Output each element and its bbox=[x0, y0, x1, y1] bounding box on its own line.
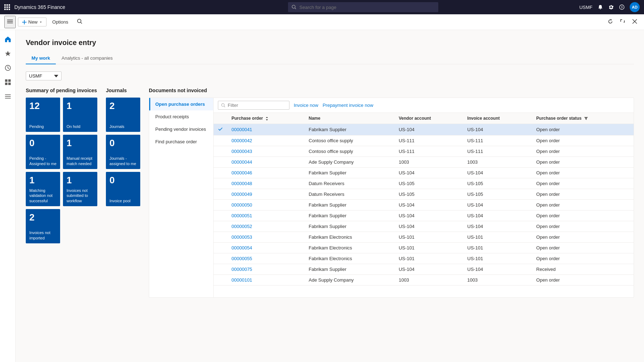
tab-my-work[interactable]: My work bbox=[26, 53, 56, 64]
summary-tile-4[interactable]: 1Matching validation not successful bbox=[26, 172, 60, 206]
col-purchase-order[interactable]: Purchase order bbox=[227, 113, 304, 124]
cell-6-0[interactable]: 00000049 bbox=[227, 189, 304, 200]
nav-home[interactable] bbox=[1, 33, 14, 46]
cell-9-0[interactable]: 00000052 bbox=[227, 221, 304, 232]
docs-nav-find-po[interactable]: Find purchase order bbox=[149, 135, 213, 148]
row-check-10[interactable] bbox=[214, 232, 227, 243]
table-row[interactable]: 00000053Fabrikam ElectronicsUS-101US-101… bbox=[214, 232, 634, 243]
close-button[interactable] bbox=[630, 17, 640, 27]
row-check-4[interactable] bbox=[214, 168, 227, 178]
cell-10-0[interactable]: 00000053 bbox=[227, 232, 304, 243]
summary-tile-5[interactable]: 1Invoices not submitted to workflow bbox=[63, 172, 97, 206]
summary-tile-0[interactable]: 12Pending bbox=[26, 98, 60, 132]
cell-1-0[interactable]: 00000042 bbox=[227, 135, 304, 146]
table-row[interactable]: 00000042Contoso office supplyUS-111US-11… bbox=[214, 135, 634, 146]
svg-rect-22 bbox=[8, 83, 11, 85]
table-row[interactable]: 00000044Ade Supply Company10031003Open o… bbox=[214, 157, 634, 168]
filter-input[interactable] bbox=[228, 103, 286, 108]
tab-analytics[interactable]: Analytics - all companies bbox=[56, 53, 118, 64]
summary-tile-3[interactable]: 1Manual receipt match needed bbox=[63, 135, 97, 169]
table-row[interactable]: 00000102City Power & LightUS-108US-108Op… bbox=[214, 286, 634, 288]
nav-favorites[interactable] bbox=[1, 47, 14, 60]
cell-4-2: US-104 bbox=[394, 168, 463, 178]
row-check-5[interactable] bbox=[214, 178, 227, 189]
cell-11-0[interactable]: 00000054 bbox=[227, 243, 304, 253]
col-po-status[interactable]: Purchase order status bbox=[532, 113, 634, 124]
settings-icon[interactable] bbox=[608, 4, 614, 10]
prepayment-invoice-button[interactable]: Prepayment invoice now bbox=[323, 103, 374, 108]
docs-nav-pending-vendor[interactable]: Pending vendor invoices bbox=[149, 123, 213, 135]
cell-15-0[interactable]: 00000102 bbox=[227, 286, 304, 288]
row-check-7[interactable] bbox=[214, 200, 227, 210]
cell-7-3: US-104 bbox=[463, 200, 532, 210]
invoice-now-button[interactable]: Invoice now bbox=[294, 103, 318, 108]
row-check-8[interactable] bbox=[214, 210, 227, 221]
nav-recent[interactable] bbox=[1, 61, 14, 74]
summary-tile-1[interactable]: 1On hold bbox=[63, 98, 97, 132]
cell-5-0[interactable]: 00000048 bbox=[227, 178, 304, 189]
table-row[interactable]: 00000043Contoso office supplyUS-111US-11… bbox=[214, 146, 634, 157]
row-check-9[interactable] bbox=[214, 221, 227, 232]
hamburger-menu[interactable] bbox=[4, 16, 16, 28]
docs-nav-open-po[interactable]: Open purchase orders bbox=[149, 98, 213, 110]
user-avatar[interactable]: AD bbox=[630, 2, 640, 12]
table-row[interactable]: 00000075Fabrikam SupplierUS-104US-104Rec… bbox=[214, 264, 634, 275]
cell-3-4: Open order bbox=[532, 157, 634, 168]
row-check-14[interactable] bbox=[214, 275, 227, 286]
table-row[interactable]: 00000050Fabrikam SupplierUS-104US-104Ope… bbox=[214, 200, 634, 210]
row-check-1[interactable] bbox=[214, 135, 227, 146]
table-row[interactable]: 00000101Ade Supply Company10031003Open o… bbox=[214, 275, 634, 286]
docs-nav-product-receipts[interactable]: Product receipts bbox=[149, 110, 213, 123]
row-check-13[interactable] bbox=[214, 264, 227, 275]
search-button[interactable] bbox=[74, 17, 86, 27]
cell-14-0[interactable]: 00000101 bbox=[227, 275, 304, 286]
table-row[interactable]: 00000048Datum ReceiversUS-105US-105Open … bbox=[214, 178, 634, 189]
new-button[interactable]: New bbox=[18, 18, 47, 26]
table-row[interactable]: 00000054Fabrikam ElectronicsUS-101US-101… bbox=[214, 243, 634, 253]
cell-0-0[interactable]: 00000041 bbox=[227, 124, 304, 135]
table-row[interactable]: 00000055Fabrikam ElectronicsUS-101US-101… bbox=[214, 253, 634, 264]
row-check-12[interactable] bbox=[214, 253, 227, 264]
nav-list[interactable] bbox=[1, 90, 14, 103]
app-name: Dynamics 365 Finance bbox=[14, 4, 147, 10]
row-check-6[interactable] bbox=[214, 189, 227, 200]
row-check-3[interactable] bbox=[214, 157, 227, 168]
journals-tile-1[interactable]: 0Journals - assigned to me bbox=[106, 135, 140, 169]
row-check-2[interactable] bbox=[214, 146, 227, 157]
notification-icon[interactable] bbox=[597, 4, 603, 10]
summary-tile-2[interactable]: 0Pending - Assigned to me bbox=[26, 135, 60, 169]
company-dropdown[interactable]: USMF bbox=[26, 71, 62, 80]
table-row[interactable]: 00000052Fabrikam SupplierUS-104US-104Ope… bbox=[214, 221, 634, 232]
filter-box[interactable] bbox=[218, 101, 289, 110]
cell-2-0[interactable]: 00000043 bbox=[227, 146, 304, 157]
table-row[interactable]: 00000049Datum ReceiversUS-105US-105Open … bbox=[214, 189, 634, 200]
global-search-input[interactable] bbox=[299, 5, 435, 10]
cell-3-0[interactable]: 00000044 bbox=[227, 157, 304, 168]
cell-7-0[interactable]: 00000050 bbox=[227, 200, 304, 210]
help-icon[interactable]: ? bbox=[619, 4, 625, 10]
table-row[interactable]: 00000046Fabrikam SupplierUS-104US-104Ope… bbox=[214, 168, 634, 178]
svg-rect-14 bbox=[7, 21, 13, 22]
journals-tile-0[interactable]: 2Journals bbox=[106, 98, 140, 132]
options-button[interactable]: Options bbox=[49, 18, 72, 26]
nav-modules[interactable] bbox=[1, 76, 14, 89]
refresh-button[interactable] bbox=[605, 17, 615, 27]
cell-12-0[interactable]: 00000055 bbox=[227, 253, 304, 264]
table-scroll[interactable]: Purchase order NameVendor accountInvoice… bbox=[214, 113, 634, 288]
cell-4-0[interactable]: 00000046 bbox=[227, 168, 304, 178]
journals-tile-2[interactable]: 0Invoice pool bbox=[106, 172, 140, 206]
row-check-0[interactable] bbox=[214, 124, 227, 135]
table-row[interactable]: 00000041Fabrikam SupplierUS-104US-104Ope… bbox=[214, 124, 634, 135]
expand-button[interactable] bbox=[618, 17, 628, 27]
summary-tile-6[interactable]: 2Invoices not imported bbox=[26, 209, 60, 243]
cell-11-2: US-101 bbox=[394, 243, 463, 253]
cell-13-1: Fabrikam Supplier bbox=[304, 264, 395, 275]
table-row[interactable]: 00000051Fabrikam SupplierUS-104US-104Ope… bbox=[214, 210, 634, 221]
app-grid-icon[interactable] bbox=[4, 4, 10, 10]
cell-13-0[interactable]: 00000075 bbox=[227, 264, 304, 275]
row-check-11[interactable] bbox=[214, 243, 227, 253]
cell-8-0[interactable]: 00000051 bbox=[227, 210, 304, 221]
cell-10-3: US-101 bbox=[463, 232, 532, 243]
global-search[interactable] bbox=[288, 2, 438, 12]
row-check-15[interactable] bbox=[214, 286, 227, 288]
